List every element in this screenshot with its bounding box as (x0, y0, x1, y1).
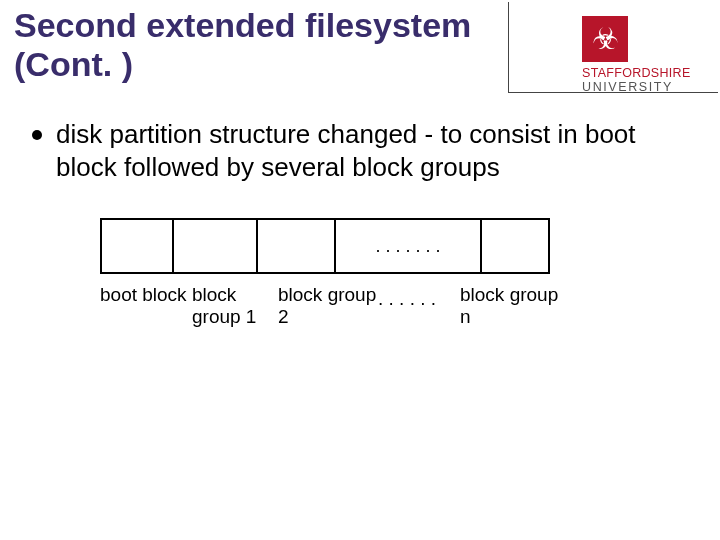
label-boot-block: boot block (100, 284, 192, 328)
logo-text-line1: STAFFORDSHIRE (582, 66, 702, 80)
biohazard-icon: ☣ (592, 24, 619, 54)
bullet-text: disk partition structure changed - to co… (56, 118, 692, 183)
cell-block-group-1 (174, 220, 258, 272)
label-block-group-n: block group n (460, 284, 560, 328)
partition-diagram: . . . . . . . boot block block group 1 b… (100, 218, 550, 328)
cell-block-group-n (482, 220, 548, 272)
cell-ellipsis: . . . . . . . (336, 220, 482, 272)
slide-body: disk partition structure changed - to co… (32, 118, 692, 183)
bullet-dot-icon (32, 130, 42, 140)
logo-mark: ☣ (582, 16, 628, 62)
partition-strip: . . . . . . . (100, 218, 550, 274)
cell-block-group-2 (258, 220, 336, 272)
university-logo: ☣ STAFFORDSHIRE UNIVERSITY (582, 16, 702, 94)
cell-boot-block (102, 220, 174, 272)
partition-labels: boot block block group 1 block group 2 .… (100, 284, 620, 328)
title-divider-vertical (508, 2, 509, 92)
label-block-group-2: block group 2 (278, 284, 378, 328)
label-ellipsis: . . . . . . (378, 284, 460, 328)
label-block-group-1: block group 1 (192, 284, 278, 328)
bullet-item: disk partition structure changed - to co… (32, 118, 692, 183)
slide-title: Second extended filesystem (Cont. ) (14, 6, 494, 84)
logo-text-line2: UNIVERSITY (582, 80, 702, 94)
